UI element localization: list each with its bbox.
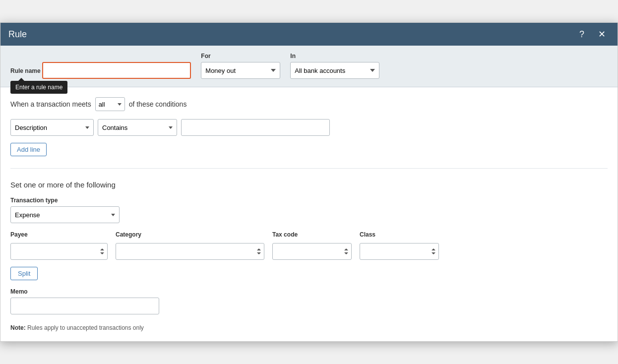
condition-row-1: Description Amount Payee Contains Doesn'… [10, 119, 608, 136]
transaction-type-select[interactable]: Expense Income Transfer [10, 206, 120, 223]
rule-name-group: Rule name Enter a rule name [10, 62, 191, 79]
conditions-header-row: When a transaction meets all any of thes… [10, 97, 608, 111]
section-divider [10, 168, 608, 169]
category-label: Category [116, 231, 264, 238]
memo-group: Memo [10, 288, 608, 314]
rule-name-input[interactable] [42, 62, 191, 79]
for-label: For [201, 53, 280, 60]
rule-name-label: Rule name [10, 67, 41, 74]
class-group: Class [360, 231, 439, 260]
tax-code-label: Tax code [272, 231, 352, 238]
header-actions: ? ✕ [574, 26, 610, 42]
condition-value-input[interactable] [181, 119, 330, 136]
in-label: In [290, 53, 379, 60]
meets-select[interactable]: all any [95, 97, 125, 111]
payee-group: Payee [10, 231, 108, 260]
modal-rule: Rule ? ✕ Rule name Enter a rule name For… [0, 22, 618, 342]
condition-field-select[interactable]: Description Amount Payee [10, 119, 94, 136]
when-text: When a transaction meets [10, 100, 91, 108]
close-button[interactable]: ✕ [594, 26, 610, 42]
note-row: Note: Rules apply to unaccepted transact… [10, 324, 608, 331]
add-line-row: Add line [10, 141, 608, 156]
payee-label: Payee [10, 231, 108, 238]
note-prefix: Note: [10, 324, 26, 331]
memo-label: Memo [10, 288, 608, 295]
set-section-title: Set one or more of the following [10, 181, 608, 189]
category-select[interactable] [116, 243, 264, 260]
for-group: For Money out Money in [201, 53, 280, 79]
class-select[interactable] [360, 243, 439, 260]
note-text: Rules apply to unaccepted transactions o… [27, 324, 144, 331]
split-button[interactable]: Split [10, 267, 38, 280]
modal-body: When a transaction meets all any of thes… [0, 87, 618, 341]
add-line-button[interactable]: Add line [10, 143, 47, 156]
category-group: Category [116, 231, 264, 260]
transaction-type-label: Transaction type [10, 197, 608, 204]
in-group: In All bank accounts [290, 53, 379, 79]
class-label: Class [360, 231, 439, 238]
tax-code-group: Tax code [272, 231, 352, 260]
top-bar: Rule name Enter a rule name For Money ou… [0, 46, 618, 87]
payee-category-row: Payee Category Tax code Class [10, 231, 608, 260]
payee-select[interactable] [10, 243, 108, 260]
modal-title: Rule [8, 29, 27, 40]
for-select[interactable]: Money out Money in [201, 62, 280, 79]
split-row: Split [10, 267, 608, 280]
transaction-type-group: Transaction type Expense Income Transfer [10, 197, 608, 231]
help-button[interactable]: ? [574, 26, 590, 42]
modal-header: Rule ? ✕ [0, 23, 618, 46]
memo-input[interactable] [10, 298, 159, 314]
tax-code-select[interactable] [272, 243, 352, 260]
in-select[interactable]: All bank accounts [290, 62, 379, 79]
condition-op-select[interactable]: Contains Doesn't contain Equals Starts w… [98, 119, 177, 136]
of-text: of these conditions [129, 100, 187, 108]
